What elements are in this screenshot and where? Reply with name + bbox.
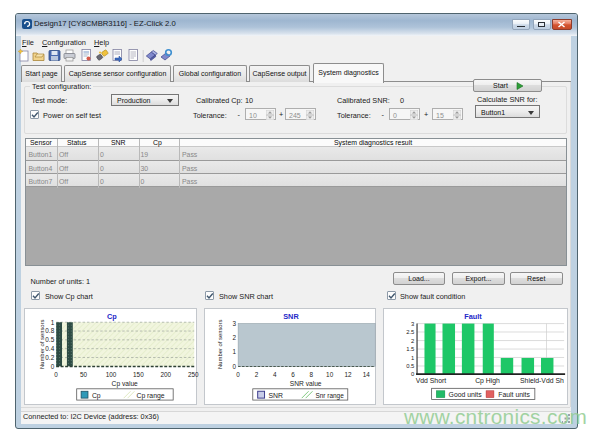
svg-text:8: 8	[309, 371, 313, 378]
svg-text:Fault units: Fault units	[498, 391, 530, 398]
svg-text:Cp: Cp	[107, 312, 117, 321]
svg-text:Cp High: Cp High	[475, 377, 500, 385]
svg-text:0: 0	[232, 363, 236, 370]
svg-text:2.5: 2.5	[406, 329, 415, 335]
svg-text:Shield-Vdd Sh: Shield-Vdd Sh	[520, 377, 564, 384]
svg-text:250: 250	[188, 371, 199, 378]
svg-text:14: 14	[362, 371, 370, 378]
svg-text:SNR: SNR	[283, 312, 299, 321]
svg-text:Good units: Good units	[449, 391, 483, 398]
svg-text:0.2: 0.2	[45, 354, 54, 361]
svg-text:0: 0	[411, 371, 415, 377]
svg-text:1.5: 1.5	[406, 346, 415, 352]
svg-text:Vdd Short: Vdd Short	[416, 377, 447, 384]
svg-text:SNR value: SNR value	[289, 380, 321, 387]
svg-text:Snr range: Snr range	[315, 392, 344, 400]
svg-text:0: 0	[51, 363, 55, 370]
svg-text:SNR: SNR	[268, 392, 283, 399]
svg-text:50: 50	[80, 371, 88, 378]
svg-text:10: 10	[326, 371, 334, 378]
svg-text:Cp: Cp	[92, 392, 101, 400]
svg-text:1: 1	[411, 355, 414, 361]
svg-text:Number of sensors: Number of sensors	[39, 319, 45, 369]
svg-text:150: 150	[133, 371, 144, 378]
svg-text:Fault: Fault	[464, 312, 482, 321]
svg-text:0: 0	[54, 371, 58, 378]
svg-text:12: 12	[344, 371, 352, 378]
svg-text:0.5: 0.5	[406, 363, 415, 369]
svg-text:1: 1	[232, 348, 236, 355]
svg-text:100: 100	[106, 371, 117, 378]
svg-text:Number of sensors: Number of sensors	[217, 319, 223, 369]
svg-text:Cp range: Cp range	[136, 392, 164, 400]
svg-text:2: 2	[232, 334, 236, 341]
svg-text:3: 3	[232, 320, 236, 327]
svg-text:2: 2	[254, 371, 258, 378]
svg-text:0.5: 0.5	[45, 336, 54, 343]
svg-text:0.8: 0.8	[45, 327, 54, 334]
svg-text:0: 0	[236, 371, 240, 378]
svg-text:200: 200	[161, 371, 172, 378]
svg-text:4: 4	[272, 371, 276, 378]
svg-text:3: 3	[411, 321, 414, 327]
svg-text:Cp value: Cp value	[112, 380, 139, 388]
svg-text:0.4: 0.4	[45, 345, 54, 352]
svg-text:2: 2	[411, 338, 414, 344]
svg-text:6: 6	[291, 371, 295, 378]
svg-text:1: 1	[51, 319, 55, 326]
